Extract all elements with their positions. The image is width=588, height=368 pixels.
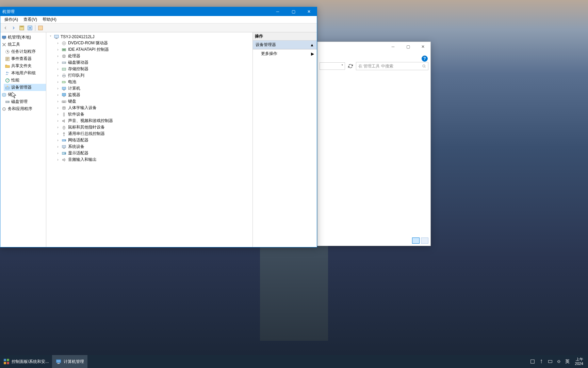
expand-icon[interactable]: › bbox=[56, 106, 60, 110]
view-icons-button[interactable] bbox=[421, 237, 428, 244]
expand-icon[interactable]: › bbox=[56, 125, 60, 129]
more-actions-item[interactable]: 更多操作 ▶ bbox=[253, 49, 317, 58]
chevron-right-icon: ▶ bbox=[311, 51, 314, 56]
device-category-list: ›DVD/CD-ROM 驱动器 ›IDE ATA/ATAPI 控制器 ›处理器 … bbox=[56, 40, 252, 163]
back-close-button[interactable]: ✕ bbox=[415, 42, 430, 51]
expand-icon[interactable]: › bbox=[56, 61, 60, 64]
expand-icon[interactable]: › bbox=[56, 138, 60, 142]
expand-icon[interactable]: › bbox=[56, 41, 60, 45]
device-category[interactable]: ›音频输入和输出 bbox=[56, 156, 252, 163]
computer-category-icon bbox=[61, 86, 67, 91]
taskbar[interactable]: 控制面板\系统和安... 计算机管理 英 上午 2024 bbox=[0, 355, 588, 368]
device-category[interactable]: ›DVD/CD-ROM 驱动器 bbox=[56, 40, 252, 46]
tree-system-tools[interactable]: 统工具 bbox=[0, 41, 46, 48]
device-category[interactable]: ›鼠标和其他指针设备 bbox=[56, 124, 252, 131]
toolbar-help-icon[interactable]: ? bbox=[26, 24, 34, 32]
svg-point-10 bbox=[6, 72, 7, 73]
device-category[interactable]: ›人体学输入设备 bbox=[56, 105, 252, 111]
expand-icon[interactable]: › bbox=[56, 48, 60, 51]
device-tree-panel[interactable]: ˅ TSYJ-20241212LJ ›DVD/CD-ROM 驱动器 ›IDE A… bbox=[46, 32, 253, 247]
back-minimize-button[interactable]: ─ bbox=[386, 42, 401, 51]
taskbar-item-control-panel[interactable]: 控制面板\系统和安... bbox=[0, 355, 52, 368]
tree-root[interactable]: 机管理(本地) bbox=[0, 34, 46, 41]
device-category[interactable]: ›IDE ATA/ATAPI 控制器 bbox=[56, 46, 252, 53]
refresh-button[interactable] bbox=[347, 63, 354, 70]
device-category[interactable]: ›显示适配器 bbox=[56, 150, 252, 156]
device-category[interactable]: ›电池 bbox=[56, 79, 252, 85]
tree-disk-management[interactable]: 磁盘管理 bbox=[4, 98, 46, 105]
tree-performance[interactable]: 性能 bbox=[4, 77, 46, 84]
expand-icon[interactable]: › bbox=[56, 54, 60, 58]
svg-rect-60 bbox=[4, 362, 6, 364]
taskbar-clock[interactable]: 上午 2024 bbox=[573, 357, 585, 366]
tray-vm-icon[interactable] bbox=[530, 359, 535, 364]
toolbar-back-icon[interactable] bbox=[2, 24, 9, 32]
tree-local-users[interactable]: 本地用户和组 bbox=[4, 70, 46, 77]
device-category[interactable]: ›网络适配器 bbox=[56, 137, 252, 143]
tree-services-apps[interactable]: 务和应用程序 bbox=[0, 105, 46, 112]
ime-indicator[interactable]: 英 bbox=[565, 358, 570, 365]
left-navigation-tree[interactable]: 机管理(本地) 统工具 任务计划程序 事件查看器 共享文件夹 本地用户和组 性能… bbox=[0, 32, 46, 247]
tree-shared-folders[interactable]: 共享文件夹 bbox=[4, 62, 46, 70]
device-category[interactable]: ›软件设备 bbox=[56, 111, 252, 118]
close-button[interactable]: ✕ bbox=[301, 7, 317, 16]
tray-network-icon[interactable] bbox=[548, 359, 553, 364]
tree-event-viewer[interactable]: 事件查看器 bbox=[4, 55, 46, 62]
chevron-down-icon[interactable]: ˅ bbox=[423, 56, 424, 59]
expand-icon[interactable]: › bbox=[56, 119, 60, 123]
tray-volume-icon[interactable] bbox=[556, 359, 562, 364]
address-dropdown[interactable]: ˅ bbox=[320, 62, 345, 70]
svg-rect-14 bbox=[7, 86, 8, 87]
svg-rect-20 bbox=[54, 35, 59, 38]
processor-icon bbox=[61, 53, 67, 59]
device-tree-root[interactable]: ˅ TSYJ-20241212LJ bbox=[48, 34, 252, 40]
expand-icon[interactable]: › bbox=[56, 145, 60, 149]
svg-point-17 bbox=[9, 102, 9, 102]
menu-help[interactable]: 帮助(H) bbox=[40, 16, 59, 23]
expand-icon[interactable]: › bbox=[56, 80, 60, 84]
tray-usb-icon[interactable] bbox=[539, 359, 544, 364]
tree-storage[interactable]: 储 bbox=[0, 91, 46, 98]
toolbar-properties-icon[interactable] bbox=[18, 24, 26, 32]
device-category[interactable]: ›通用串行总线控制器 bbox=[56, 131, 252, 137]
toolbar-forward-icon[interactable] bbox=[10, 24, 17, 32]
collapse-icon[interactable]: ˅ bbox=[48, 35, 52, 39]
actions-section[interactable]: 设备管理器 ▲ bbox=[253, 41, 317, 49]
view-list-button[interactable] bbox=[412, 237, 420, 244]
svg-rect-25 bbox=[63, 49, 64, 50]
menu-action[interactable]: 操作(A) bbox=[2, 16, 21, 23]
tree-device-manager[interactable]: 设备管理器 bbox=[4, 84, 46, 91]
expand-icon[interactable]: › bbox=[56, 132, 60, 136]
tree-task-scheduler[interactable]: 任务计划程序 bbox=[4, 48, 46, 55]
device-root-label: TSYJ-20241212LJ bbox=[61, 34, 94, 39]
device-category[interactable]: ›打印队列 bbox=[56, 72, 252, 79]
maximize-button[interactable]: ▢ bbox=[285, 7, 301, 16]
toolbar-extra-icon[interactable] bbox=[37, 24, 44, 32]
device-category[interactable]: ›计算机 bbox=[56, 85, 252, 92]
search-placeholder: 在 管理工具 中搜索 bbox=[358, 63, 393, 69]
device-category[interactable]: ›磁盘驱动器 bbox=[56, 59, 252, 66]
expand-icon[interactable]: › bbox=[56, 74, 60, 77]
device-category[interactable]: ›监视器 bbox=[56, 92, 252, 98]
expand-icon[interactable]: › bbox=[56, 112, 60, 116]
taskbar-item-computer-management[interactable]: 计算机管理 bbox=[52, 355, 87, 368]
device-category[interactable]: ›键盘 bbox=[56, 98, 252, 105]
titlebar[interactable]: 机管理 ─ ▢ ✕ bbox=[0, 7, 317, 16]
expand-icon[interactable]: › bbox=[56, 99, 60, 103]
actions-panel: 操作 设备管理器 ▲ 更多操作 ▶ bbox=[253, 32, 317, 247]
device-category[interactable]: ›声音、视频和游戏控制器 bbox=[56, 118, 252, 124]
expand-icon[interactable]: › bbox=[56, 151, 60, 155]
device-category[interactable]: ›系统设备 bbox=[56, 143, 252, 150]
expand-icon[interactable]: › bbox=[56, 87, 60, 90]
svg-rect-62 bbox=[56, 359, 61, 363]
menu-view[interactable]: 查看(V) bbox=[21, 16, 40, 23]
minimize-button[interactable]: ─ bbox=[270, 7, 285, 16]
back-maximize-button[interactable]: ▢ bbox=[401, 42, 415, 51]
device-category[interactable]: ›处理器 bbox=[56, 53, 252, 59]
expand-icon[interactable]: › bbox=[56, 158, 60, 162]
expand-icon[interactable]: › bbox=[56, 67, 60, 71]
expand-icon[interactable]: › bbox=[56, 93, 60, 97]
device-category[interactable]: ›存储控制器 bbox=[56, 66, 252, 72]
event-icon bbox=[5, 57, 10, 61]
search-input[interactable]: 在 管理工具 中搜索 bbox=[356, 62, 428, 70]
